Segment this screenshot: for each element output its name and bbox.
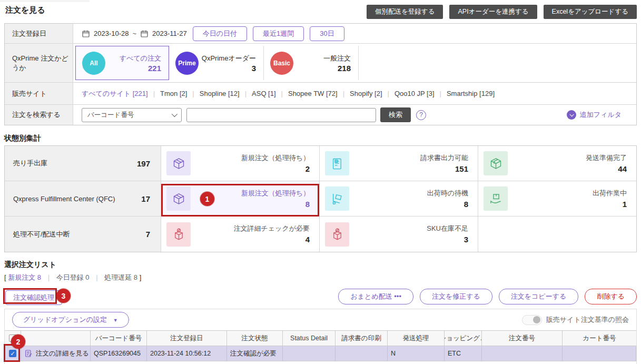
column-invoice-print[interactable]: 請求書の印刷: [336, 331, 388, 346]
group-seller-shipping: 売り手出庫 197: [5, 146, 161, 181]
status-cell-sku-shortage[interactable]: SKU在庫不足 3: [320, 217, 478, 252]
bundle-shipping-button[interactable]: おまとめ配送 •••: [338, 289, 413, 304]
site-filter-shopify[interactable]: Shopify [2]: [350, 90, 382, 97]
upload-excel-button[interactable]: Excelをアップロードする: [544, 5, 637, 19]
site-filter-all[interactable]: すべてのサイト [221]: [82, 89, 148, 99]
column-cart-no[interactable]: カート番号: [563, 331, 636, 346]
status-cell-detail-check-needed[interactable]: 注文詳細チェックが必要 4: [161, 217, 320, 252]
annotation-badge-3: 3: [56, 289, 71, 303]
caret-down-icon: ▼: [113, 318, 118, 323]
column-barcode[interactable]: バーコード番号: [91, 331, 147, 346]
search-label: 注文を検索する: [5, 105, 73, 125]
site-filter-shopee-tw[interactable]: Shopee TW [72]: [288, 90, 338, 97]
order-date-label: 注文登録日: [5, 24, 73, 43]
status-cell-invoice-ready[interactable]: 請求書出力可能 151: [320, 146, 478, 181]
site-filter-qoo10-jp[interactable]: Qoo10 JP [3]: [395, 90, 435, 97]
calendar-icon[interactable]: [140, 29, 149, 38]
hand-truck-icon: [325, 186, 349, 211]
grid-options-button[interactable]: グリッドオプションの設定 ▼: [12, 312, 129, 328]
column-shipping[interactable]: 発送処理: [388, 331, 445, 346]
prime-option-count: 3: [201, 64, 256, 73]
delete-order-button[interactable]: 削除する: [585, 289, 637, 304]
order-date-row: 注文登録日 2023-10-28 ~ 2023-11-27 今日の日付 最近1週…: [5, 24, 636, 44]
date-to[interactable]: 2023-11-27: [152, 29, 187, 37]
calendar-icon[interactable]: [82, 29, 90, 38]
status-cell-empty: [478, 217, 636, 252]
order-detail-icon: [24, 349, 33, 358]
table-header-row: バーコード番号 注文登録日 注文状態 Status Detail 請求書の印刷 …: [5, 331, 636, 346]
column-registered-date[interactable]: 注文登録日: [147, 331, 227, 346]
additional-filter-button[interactable]: 追加フィルタ: [567, 110, 622, 120]
qxprime-option-prime[interactable]: Prime QxPrimeオーダー 3: [169, 46, 264, 80]
invoice-icon: [325, 151, 349, 175]
row-checkbox[interactable]: ✓: [9, 350, 16, 357]
prime-option-title: QxPrimeオーダー: [201, 54, 256, 63]
site-filter-smartship[interactable]: Smartship [129]: [447, 90, 495, 97]
column-detail[interactable]: [21, 331, 91, 346]
search-input[interactable]: [186, 108, 376, 122]
prime-badge: Prime: [175, 52, 199, 75]
qxprime-option-all[interactable]: All すべての注文 221: [75, 46, 169, 80]
qxprime-option-basic[interactable]: Basic 一般注文 218: [264, 46, 359, 80]
site-filter-tmon[interactable]: Tmon [2]: [160, 90, 187, 97]
basic-badge: Basic: [270, 52, 293, 75]
group-blocked: 処理不可/配送中断 7: [5, 217, 161, 252]
status-cell-new-orders-qfc[interactable]: 新規注文（処理待ち） 8: [161, 181, 320, 216]
help-icon[interactable]: ?: [416, 110, 426, 120]
sites-row: 販売サイト すべてのサイト [221]| Tmon [2]| Shopline …: [5, 83, 636, 105]
selected-orders-summary: [ 新規注文 8 | 今日登録 0 | 処理遅延 8 ]: [4, 273, 141, 282]
box-alert-icon: [166, 222, 191, 247]
search-category-select[interactable]: バーコード番号: [82, 108, 182, 122]
basic-option-count: 218: [293, 64, 351, 73]
today-date-button[interactable]: 今日の日付: [193, 26, 247, 41]
sites-label: 販売サイト: [5, 83, 73, 104]
status-cell-shipping-in-progress[interactable]: 出荷作業中 1: [478, 181, 636, 216]
column-order-no[interactable]: 注文番号: [482, 331, 563, 346]
column-status-detail[interactable]: Status Detail: [283, 331, 336, 346]
last-30days-button[interactable]: 30日: [310, 26, 344, 41]
qxprime-label: QxPrime 注文かどうか: [5, 44, 73, 82]
link-api-order-button[interactable]: APIオーダーを連携する: [449, 5, 537, 19]
package-box-icon: [166, 151, 191, 175]
summary-new-orders[interactable]: 新規注文 8: [8, 273, 41, 281]
top-tab-remnant: [0, 0, 90, 2]
status-cell-new-orders-seller[interactable]: 新規注文（処理待ち） 2: [161, 146, 320, 181]
last-week-button[interactable]: 最近1週間: [253, 26, 304, 41]
edit-order-button[interactable]: 注文を修正する: [420, 289, 492, 304]
summary-today-registered[interactable]: 今日登録 0: [56, 273, 90, 281]
filter-panel: 注文登録日 2023-10-28 ~ 2023-11-27 今日の日付 最近1週…: [4, 23, 637, 125]
column-shopping-site[interactable]: ショッピング…: [445, 331, 482, 346]
register-individual-shipping-button[interactable]: 個別配送を登録する: [367, 5, 443, 19]
cell-order-no: [482, 346, 563, 361]
order-detail-link[interactable]: 注文の詳細を見る: [24, 349, 89, 358]
all-option-title: すべての注文: [105, 54, 161, 63]
search-row: 注文を検索する バーコード番号 検索 ? 追加フィルタ: [5, 105, 636, 125]
order-confirm-button[interactable]: 注文確認処理: [5, 290, 62, 305]
date-separator: ~: [133, 29, 137, 37]
group-qfc: Qxpress Fulfillment Center (QFC) 17: [5, 181, 161, 216]
search-button[interactable]: 検索: [380, 107, 411, 122]
order-management-page: 注文を見る 個別配送を登録する APIオーダーを連携する Excelをアップロー…: [0, 0, 641, 364]
cell-cart-no: [563, 346, 636, 361]
site-filter-shopline[interactable]: Shopline [12]: [200, 90, 240, 97]
order-action-buttons: おまとめ配送 ••• 注文を修正する 注文をコピーする 削除する: [338, 289, 637, 304]
column-order-status[interactable]: 注文状態: [227, 331, 283, 346]
date-from[interactable]: 2023-10-28: [94, 29, 129, 37]
toggle-label: 販売サイト注文基準の照会: [546, 315, 629, 324]
cell-status-detail: [283, 346, 336, 361]
status-cell-ready-to-ship[interactable]: 発送準備完了 44: [478, 146, 636, 181]
selected-orders-title: 選択注文リスト: [4, 260, 56, 270]
chevron-down-circle-icon: [567, 110, 576, 120]
chevron-down-icon: [172, 111, 177, 117]
status-cell-waiting-shipment[interactable]: 出荷時の待機 8: [320, 181, 478, 216]
copy-order-button[interactable]: 注文をコピーする: [499, 289, 579, 304]
table-row[interactable]: ✓ 注文の詳細を見る QSP163269045 2023-11-24 10:56…: [5, 346, 636, 361]
cell-invoice-print: [336, 346, 388, 361]
all-badge: All: [82, 52, 105, 75]
package-box-icon: [166, 186, 191, 211]
site-filter-asq[interactable]: ASQ [1]: [252, 90, 276, 97]
basic-option-title: 一般注文: [293, 54, 351, 63]
summary-delayed[interactable]: 処理遅延 8: [104, 273, 137, 281]
header-buttons: 個別配送を登録する APIオーダーを連携する Excelをアップロードする: [367, 5, 637, 19]
site-order-basis-toggle[interactable]: [522, 315, 542, 325]
